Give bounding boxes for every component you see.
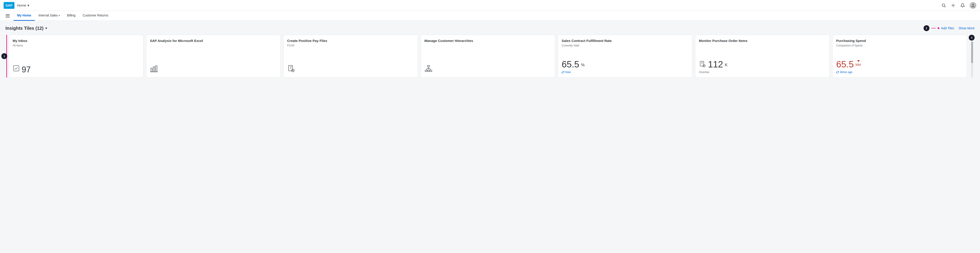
tile-spend-value: 65.5 [836, 60, 854, 69]
svg-line-18 [428, 68, 431, 70]
step3-scrollbar-area: 3 [969, 35, 975, 77]
tile-hierarchy-content [425, 46, 551, 74]
tile-positive-pay[interactable]: Create Positive Pay Files FCHX [283, 35, 418, 77]
tile-analysis-content [150, 46, 277, 74]
tile-po-content: 112 K [699, 46, 826, 69]
tile-monitor-po[interactable]: Monitor Purchase Order Items 112 K [695, 35, 830, 77]
svg-rect-6 [153, 67, 154, 72]
top-bar: SAP Home ▾ [0, 0, 980, 11]
hamburger-line-3 [6, 17, 10, 17]
avatar[interactable] [970, 2, 977, 9]
notifications-icon[interactable] [960, 3, 965, 8]
tile-my-inbox[interactable]: My Inbox All Items 97 [9, 35, 143, 77]
hierarchy-icon [425, 65, 433, 74]
nav-item-customer-returns[interactable]: Customer Returns [79, 11, 112, 21]
trend-down-icon [857, 60, 860, 62]
tile-purchasing-spend[interactable]: Purchasing Spend Comparison of Spend 65.… [832, 35, 967, 77]
tile-sales-value: 65.5 [562, 60, 579, 69]
nav-item-internal-sales[interactable]: Internal Sales ▾ [35, 11, 64, 21]
refresh-spend-icon [836, 71, 839, 74]
show-more-button[interactable]: Show More [959, 26, 975, 30]
settings-icon[interactable] [951, 3, 956, 8]
step1-badge: 1 [2, 53, 7, 59]
tile-sales-footer: Now [562, 71, 689, 74]
step3-badge: 3 [969, 35, 975, 41]
tile-sales-content: 65.5 % [562, 50, 689, 69]
step1-area: 1 [5, 35, 6, 77]
tile-hierarchy-title: Manage Customer Hierarchies [425, 39, 551, 43]
scroll-thumb [971, 41, 973, 63]
insights-title-group: Insights Tiles (12) ▾ [5, 26, 47, 31]
tile-spend-content: 65.5 MM [836, 50, 963, 69]
tile-customer-hierarchies[interactable]: Manage Customer Hierarchies [421, 35, 555, 77]
tile-po-footer-text: Overdue [699, 71, 709, 74]
tile-sales-footer-text: Now [565, 71, 571, 74]
nav-label-billing: Billing [67, 14, 75, 17]
refresh-icon [562, 71, 565, 74]
sap-logo[interactable]: SAP [3, 2, 14, 9]
svg-rect-14 [430, 70, 432, 71]
step2-badge: 2 [924, 25, 929, 31]
tile-sales-title: Sales Contract Fulfillment Rate [562, 39, 689, 43]
step2-connector-line [931, 28, 936, 28]
svg-rect-12 [425, 70, 427, 71]
nav-item-billing[interactable]: Billing [64, 11, 79, 21]
tile-sap-analysis[interactable]: SAP Analysis for Microsoft Excel [146, 35, 281, 77]
tile-inbox-title: My Inbox [13, 39, 140, 43]
insights-title-text: Insights Tiles (12) [5, 26, 44, 31]
add-tiles-button[interactable]: Add Tiles [941, 26, 954, 30]
home-dropdown-arrow: ▾ [27, 3, 29, 8]
insights-actions: 2 Add Tiles Show More [924, 25, 975, 31]
main-content: Insights Tiles (12) ▾ 2 Add Tiles Show M… [0, 21, 980, 253]
nav-label-internal-sales: Internal Sales [38, 14, 58, 17]
tile-inbox-content: 97 [13, 50, 140, 74]
search-icon[interactable] [941, 3, 946, 8]
nav-label-my-home: My Home [17, 14, 31, 17]
tile-sales-subtitle: Currently Valid [562, 44, 689, 47]
svg-line-16 [426, 68, 429, 70]
svg-line-1 [945, 6, 946, 7]
tile-inbox-subtitle: All Items [13, 44, 140, 47]
insights-header: Insights Tiles (12) ▾ 2 Add Tiles Show M… [5, 25, 975, 31]
svg-rect-13 [428, 70, 430, 71]
svg-rect-7 [156, 66, 157, 72]
svg-point-3 [972, 3, 974, 5]
bar-chart-icon [150, 65, 158, 74]
tile-po-value: 112 [708, 60, 723, 69]
tile-po-footer: Overdue [699, 71, 826, 74]
nav-item-my-home[interactable]: My Home [14, 11, 35, 21]
tile-spend-title: Purchasing Spend [836, 39, 963, 43]
tile-sales-contract[interactable]: Sales Contract Fulfillment Rate Currentl… [558, 35, 692, 77]
tile-po-title: Monitor Purchase Order Items [699, 39, 826, 43]
scrollbar[interactable] [971, 41, 973, 77]
hamburger-menu[interactable] [3, 12, 12, 20]
tile-pay-content [287, 50, 414, 74]
tile-pay-subtitle: FCHX [287, 44, 414, 47]
tile-sales-unit: % [581, 63, 585, 67]
hamburger-line-1 [6, 14, 10, 15]
tile-po-unit: K [725, 63, 728, 67]
tiles-section: 1 My Inbox All Items [5, 35, 975, 77]
hamburger-line-2 [6, 16, 10, 16]
internal-sales-dropdown-arrow: ▾ [59, 14, 60, 17]
tile-spend-footer: 40min ago [836, 71, 963, 74]
po-icon [699, 61, 706, 69]
tile-spend-footer-text: 40min ago [840, 71, 853, 74]
sap-logo-text: SAP [6, 3, 13, 7]
insights-chevron[interactable]: ▾ [45, 26, 47, 30]
nav-label-customer-returns: Customer Returns [83, 14, 108, 17]
top-bar-left: SAP Home ▾ [3, 2, 29, 9]
tile-analysis-title: SAP Analysis for Microsoft Excel [150, 39, 277, 43]
svg-point-2 [953, 5, 954, 6]
tile-spend-unit-group: MM [856, 60, 861, 67]
tiles-grid: My Inbox All Items 97 SAP Analysis [9, 35, 967, 77]
tile-spend-subtitle: Comparison of Spend [836, 44, 963, 47]
tile-inbox-value: 97 [22, 66, 31, 74]
nav-bar: My Home Internal Sales ▾ Billing Custome… [0, 11, 980, 21]
home-dropdown[interactable]: Home ▾ [17, 3, 29, 8]
home-label: Home [17, 3, 26, 7]
checkbox-icon [13, 65, 20, 74]
svg-rect-4 [14, 66, 19, 71]
step2-connector-dot [937, 27, 939, 29]
add-tiles-container: 2 Add Tiles [924, 25, 954, 31]
